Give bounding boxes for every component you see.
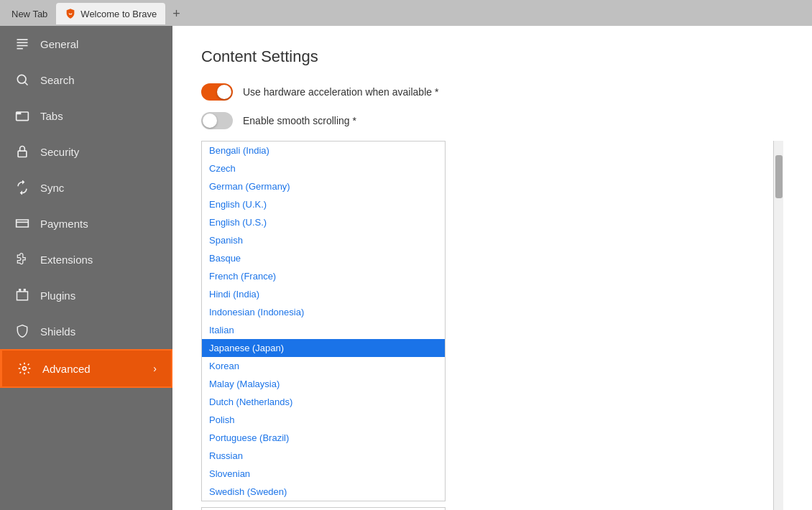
sidebar-item-search[interactable]: Search [0, 62, 172, 98]
language-list-item[interactable]: Swedish (Sweden) [202, 483, 445, 501]
language-list-item[interactable]: Italian [202, 321, 445, 339]
language-list-item[interactable]: French (France) [202, 267, 445, 285]
sidebar-item-plugins[interactable]: Plugins [0, 277, 172, 313]
sidebar-item-extensions[interactable]: Extensions [0, 241, 172, 277]
sidebar-item-extensions-label: Extensions [40, 254, 93, 266]
sidebar-item-tabs[interactable]: Tabs [0, 98, 172, 134]
shields-icon [14, 323, 30, 339]
new-tab[interactable]: New Tab [3, 3, 56, 24]
language-dropdown-wrapper: Bengali (India)CzechGerman (Germany)Engl… [201, 141, 783, 510]
hardware-acceleration-row: Use hardware acceleration when available… [201, 83, 783, 101]
sidebar-item-security[interactable]: Security [0, 134, 172, 170]
language-list-item[interactable]: Indonesian (Indonesia) [202, 303, 445, 321]
language-list-item[interactable]: Spanish [202, 231, 445, 249]
smooth-scrolling-toggle[interactable] [201, 112, 233, 129]
search-icon [14, 72, 30, 88]
tabs-icon [14, 108, 30, 124]
language-list-item[interactable]: Portuguese (Brazil) [202, 429, 445, 447]
language-list-item[interactable]: Slovenian [202, 465, 445, 483]
toggle-knob [217, 85, 231, 99]
language-list-items: Bengali (India)CzechGerman (Germany)Engl… [202, 142, 445, 501]
plugins-icon [14, 287, 30, 303]
sidebar-item-shields-label: Shields [40, 325, 75, 338]
advanced-arrow-icon: › [153, 363, 157, 374]
language-list-item[interactable]: Japanese (Japan) [202, 339, 445, 357]
svg-rect-1 [17, 42, 28, 44]
extensions-icon [14, 251, 30, 267]
brave-logo-icon [65, 8, 76, 19]
language-list-item[interactable]: Basque [202, 249, 445, 267]
sidebar-item-general-label: General [40, 38, 78, 50]
language-list-item[interactable]: Korean [202, 357, 445, 375]
language-list-item[interactable]: English (U.S.) [202, 213, 445, 231]
svg-rect-2 [17, 45, 28, 47]
svg-point-4 [17, 75, 26, 83]
language-list-item[interactable]: English (U.K.) [202, 195, 445, 213]
sidebar-item-search-label: Search [40, 74, 75, 86]
lock-icon [14, 144, 30, 159]
active-tab[interactable]: Welcome to Brave [56, 3, 165, 24]
sidebar-item-advanced-label: Advanced [42, 363, 91, 375]
sidebar-item-sync[interactable]: Sync [0, 170, 172, 205]
active-tab-label: Welcome to Brave [80, 9, 157, 19]
advanced-icon [17, 361, 32, 376]
sidebar-item-advanced[interactable]: Advanced › [0, 349, 172, 388]
language-list-item[interactable]: German (Germany) [202, 177, 445, 195]
sidebar-item-security-label: Security [40, 146, 79, 158]
sidebar-item-general[interactable]: General [0, 26, 172, 62]
sidebar-item-payments-label: Payments [40, 218, 88, 230]
sidebar-item-shields[interactable]: Shields [0, 313, 172, 349]
hardware-acceleration-label: Use hardware acceleration when available… [243, 86, 438, 98]
sidebar-item-payments[interactable]: Payments [0, 205, 172, 241]
language-select-display[interactable]: English (U.S.) ▼ [201, 507, 446, 510]
svg-line-5 [25, 83, 28, 85]
dropdown-scrollbar[interactable] [773, 141, 783, 510]
svg-point-8 [23, 367, 27, 371]
svg-rect-7 [18, 151, 27, 157]
sidebar-item-sync-label: Sync [40, 182, 64, 194]
sidebar-item-tabs-label: Tabs [40, 110, 63, 122]
new-tab-label: New Tab [11, 9, 47, 19]
main-area: General Search Tabs Security [0, 26, 812, 510]
scroll-thumb [775, 155, 783, 198]
language-list-item[interactable]: Hindi (India) [202, 285, 445, 303]
smooth-scrolling-label: Enable smooth scrolling * [243, 115, 356, 126]
list-icon [14, 36, 30, 52]
language-list-item[interactable]: Russian [202, 447, 445, 465]
language-list-container: Bengali (India)CzechGerman (Germany)Engl… [201, 141, 783, 501]
add-tab-button[interactable]: + [165, 3, 188, 24]
content-area: Content Settings Use hardware accelerati… [172, 26, 812, 510]
sidebar: General Search Tabs Security [0, 26, 172, 510]
language-list-item[interactable]: Malay (Malaysia) [202, 375, 445, 393]
browser-chrome: New Tab Welcome to Brave + [0, 0, 812, 26]
language-list-item[interactable]: Polish [202, 411, 445, 429]
language-dropdown-list[interactable]: Bengali (India)CzechGerman (Germany)Engl… [201, 141, 446, 501]
language-list-item[interactable]: Bengali (India) [202, 142, 445, 159]
page-title: Content Settings [201, 47, 783, 66]
sidebar-item-plugins-label: Plugins [40, 289, 75, 302]
language-list-item[interactable]: Czech [202, 159, 445, 177]
toggle-knob-2 [203, 113, 217, 128]
sync-icon [14, 180, 30, 195]
svg-rect-3 [17, 48, 23, 50]
hardware-acceleration-toggle[interactable] [201, 83, 233, 101]
payments-icon [14, 215, 30, 231]
tab-bar: New Tab Welcome to Brave + [0, 0, 812, 26]
language-list-item[interactable]: Dutch (Netherlands) [202, 393, 445, 411]
svg-rect-0 [17, 39, 28, 40]
smooth-scrolling-row: Enable smooth scrolling * [201, 112, 783, 129]
